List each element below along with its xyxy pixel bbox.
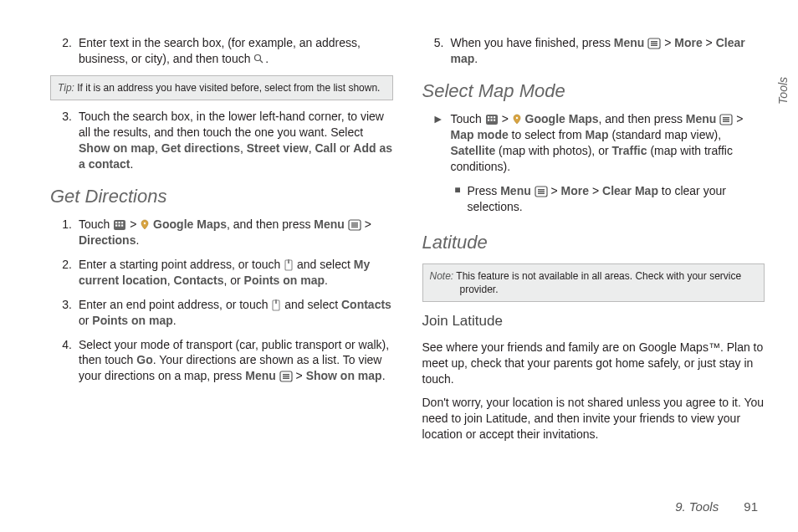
- list-item: 2. Enter text in the search box, (for ex…: [50, 35, 393, 67]
- step-body: Select your mode of transport (car, publ…: [79, 337, 393, 385]
- tip-label: Tip:: [58, 82, 74, 94]
- list-item: 2. Enter a starting point address, or to…: [50, 257, 393, 289]
- left-column: 2. Enter text in the search box, (for ex…: [50, 27, 393, 451]
- paragraph: Don't worry, your location is not shared…: [422, 395, 765, 442]
- step-body: Touch > Google Maps, and then press Menu…: [451, 111, 765, 175]
- step-body: Enter a starting point address, or touch…: [79, 257, 393, 289]
- maps-pin-icon: [140, 219, 150, 231]
- list-item: 4. Select your mode of transport (car, p…: [50, 337, 393, 385]
- step-number: 4.: [50, 337, 79, 385]
- step-number: 1.: [50, 217, 79, 248]
- list-item: 1. Touch > Google Maps, and then press M…: [50, 217, 393, 248]
- side-tab: Tools: [773, 23, 793, 157]
- step-body: Press Menu > More > Clear Map to clear y…: [468, 183, 765, 215]
- side-tab-label: Tools: [775, 77, 791, 105]
- page-content: 2. Enter text in the search box, (for ex…: [0, 0, 798, 493]
- heading-select-map-mode: Select Map Mode: [422, 79, 765, 104]
- step-number: 2.: [50, 257, 79, 289]
- menu-key-icon: [719, 114, 733, 125]
- tip-text: If it is an address you have visited bef…: [77, 82, 380, 94]
- step-body: Touch the search box, in the lower left-…: [79, 109, 393, 172]
- step-body: Touch > Google Maps, and then press Menu…: [79, 217, 393, 248]
- apps-icon: [485, 114, 499, 125]
- note-box: Note: This feature is not available in a…: [422, 263, 765, 302]
- step-body: Enter text in the search box, (for examp…: [79, 35, 393, 67]
- heading-get-directions: Get Directions: [50, 184, 393, 209]
- footer-page-number: 91: [744, 499, 758, 514]
- heading-latitude: Latitude: [422, 230, 765, 255]
- step-body: When you have finished, press Menu > Mor…: [451, 35, 765, 67]
- apps-icon: [113, 219, 126, 231]
- bookmark-icon: [284, 259, 294, 271]
- bookmark-icon: [271, 299, 281, 311]
- list-item: 3. Touch the search box, in the lower le…: [50, 109, 393, 172]
- search-icon: [253, 54, 265, 65]
- note-text: This feature is not available in all are…: [456, 270, 741, 295]
- step-number: 2.: [50, 35, 79, 67]
- menu-key-icon: [348, 219, 361, 231]
- list-item: 5. When you have finished, press Menu > …: [422, 35, 765, 67]
- note-label: Note:: [430, 270, 454, 282]
- step-number: 3.: [50, 109, 79, 172]
- menu-key-icon: [279, 371, 293, 382]
- paragraph: See where your friends and family are on…: [422, 340, 765, 387]
- bullet-arrow-icon: ►: [422, 111, 451, 175]
- step-body: Enter an end point address, or touch and…: [79, 297, 393, 329]
- maps-pin-icon: [512, 114, 522, 125]
- step-number: 5.: [422, 35, 451, 67]
- page-footer: 9. Tools 91: [675, 499, 758, 515]
- list-item: 3. Enter an end point address, or touch …: [50, 297, 393, 329]
- heading-join-latitude: Join Latitude: [422, 312, 765, 331]
- menu-key-icon: [647, 38, 661, 49]
- right-column: 5. When you have finished, press Menu > …: [422, 27, 765, 451]
- list-item: ■ Press Menu > More > Clear Map to clear…: [439, 183, 765, 215]
- footer-section: 9. Tools: [675, 499, 719, 514]
- tip-box: Tip: If it is an address you have visite…: [50, 75, 393, 100]
- bullet-square-icon: ■: [439, 183, 468, 215]
- step-number: 3.: [50, 297, 79, 329]
- menu-key-icon: [535, 186, 548, 197]
- list-item: ► Touch > Google Maps, and then press Me…: [422, 111, 765, 175]
